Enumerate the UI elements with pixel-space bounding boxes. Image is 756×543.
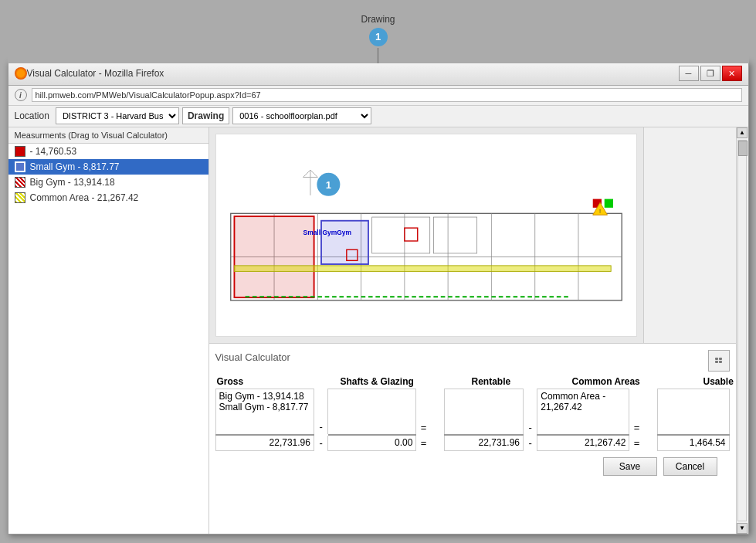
gross-item-1: Big Gym - 13,914.18 — [219, 391, 310, 402]
window-title: Visual Calculator - Mozilla Firefox — [27, 68, 679, 79]
vc-column-headers: Gross Shafts & Glazing Rentable Common A… — [215, 376, 730, 387]
usable-cell — [657, 389, 729, 435]
main-content: Measurments (Drag to Visual Calculator) … — [8, 127, 748, 534]
vc-section: Visual Calculator — [209, 344, 736, 534]
operator-1: - — [314, 389, 327, 435]
col-rentable-header: Rentable — [472, 376, 557, 387]
close-button[interactable]: ✕ — [722, 66, 742, 81]
drawing-tab[interactable]: Drawing — [182, 107, 229, 124]
total-rentable: 22,731.96 — [444, 435, 523, 450]
shafts-cell — [328, 389, 416, 435]
vc-totals-row: 22,731.96 - 0.00 = 22,731.96 - 21,267.42… — [215, 435, 729, 450]
measurement-item-3[interactable]: Big Gym - 13,914.18 — [8, 175, 208, 190]
color-swatch-blue — [15, 161, 25, 172]
equals-2: = — [629, 389, 644, 435]
color-swatch-red — [15, 146, 25, 157]
restore-button[interactable]: ❐ — [700, 66, 720, 81]
cancel-button[interactable]: Cancel — [663, 457, 717, 476]
operator-2: - — [523, 389, 537, 435]
drawing-area: 1 — [209, 127, 736, 344]
measurement-item-2[interactable]: Small Gym - 8,817.77 — [8, 159, 208, 175]
measurement-label-2: Small Gym - 8,817.77 — [30, 161, 120, 172]
total-op2: - — [523, 435, 537, 450]
col-common-header: Common Areas — [572, 376, 673, 387]
col-shafts-header: Shafts & Glazing — [341, 376, 441, 387]
url-input[interactable] — [32, 88, 742, 102]
measurement-item-1[interactable]: - 14,760.53 — [8, 144, 208, 159]
scroll-track[interactable] — [737, 140, 747, 521]
color-swatch-red-pattern — [15, 177, 25, 188]
address-bar: i — [8, 86, 748, 106]
drawing-select[interactable]: 0016 - schoolfloorplan.pdf — [232, 107, 371, 124]
col-gross-header: Gross — [217, 376, 325, 387]
equals-1: = — [416, 389, 431, 435]
left-panel: Measurments (Drag to Visual Calculator) … — [8, 127, 209, 534]
scroll-down-arrow[interactable]: ▼ — [737, 523, 748, 534]
right-panel: 1 — [209, 127, 736, 534]
vc-title: Visual Calculator — [215, 351, 290, 363]
location-label: Location — [15, 110, 49, 121]
svg-rect-16 — [321, 220, 368, 263]
vc-table: Big Gym - 13,914.18 Small Gym - 8,817.77… — [215, 389, 730, 451]
total-eq1: = — [416, 435, 431, 450]
vc-data-row-1: Big Gym - 13,914.18 Small Gym - 8,817.77… — [215, 389, 729, 435]
total-common: 21,267.42 — [537, 435, 629, 450]
total-eq2: = — [629, 435, 644, 450]
col-usable-header: Usable — [703, 376, 736, 387]
firefox-icon — [15, 67, 27, 80]
gross-item-2: Small Gym - 8,817.77 — [219, 402, 310, 412]
floor-plan: 1 — [215, 134, 637, 337]
total-shafts: 0.00 — [328, 435, 416, 450]
measurement-label-1: - 14,760.53 — [30, 146, 77, 157]
save-button[interactable]: Save — [603, 457, 657, 476]
vc-buttons: Save Cancel — [215, 457, 730, 476]
color-swatch-yellow-pattern — [15, 192, 25, 203]
rentable-cell — [444, 389, 523, 435]
right-sidebar — [643, 127, 736, 343]
info-icon: i — [15, 89, 27, 101]
svg-rect-24 — [604, 199, 612, 207]
toolbar: Location DISTRICT 3 - Harvard Business S… — [8, 106, 748, 127]
total-usable: 1,464.54 — [657, 435, 729, 450]
drawing-label: Drawing — [361, 14, 395, 25]
svg-text:1: 1 — [325, 178, 331, 190]
measurement-label-4: Common Area - 21,267.42 — [30, 192, 139, 203]
outer-scrollbar: ▲ ▼ — [736, 127, 748, 534]
common-item-1: Common Area - 21,267.42 — [541, 391, 625, 412]
svg-rect-19 — [234, 265, 611, 271]
title-bar: Visual Calculator - Mozilla Firefox ─ ❐ … — [8, 63, 748, 86]
common-cell: Common Area - 21,267.42 — [537, 389, 629, 435]
floor-plan-svg: 1 — [216, 134, 636, 336]
drawing-badge: 1 — [369, 28, 388, 46]
total-op1: - — [314, 435, 327, 450]
measurement-label-3: Big Gym - 13,914.18 — [30, 177, 115, 188]
svg-text:!: ! — [599, 208, 601, 215]
minimize-button[interactable]: ─ — [679, 66, 699, 81]
scroll-thumb — [738, 141, 748, 156]
svg-rect-15 — [234, 216, 314, 297]
scroll-up-arrow[interactable]: ▲ — [737, 127, 748, 138]
svg-text:Small GymGym: Small GymGym — [303, 229, 351, 236]
measurement-item-4[interactable]: Common Area - 21,267.42 — [8, 190, 208, 205]
total-gross: 22,731.96 — [215, 435, 314, 450]
window-controls[interactable]: ─ ❐ ✕ — [679, 66, 742, 81]
measurements-header: Measurments (Drag to Visual Calculator) — [8, 127, 208, 144]
location-select[interactable]: DISTRICT 3 - Harvard Business S ▼ — [56, 107, 179, 124]
calc-icon[interactable] — [708, 350, 730, 372]
measurement-list: - 14,760.53 Small Gym - 8,817.77 Big Gym… — [8, 144, 208, 534]
